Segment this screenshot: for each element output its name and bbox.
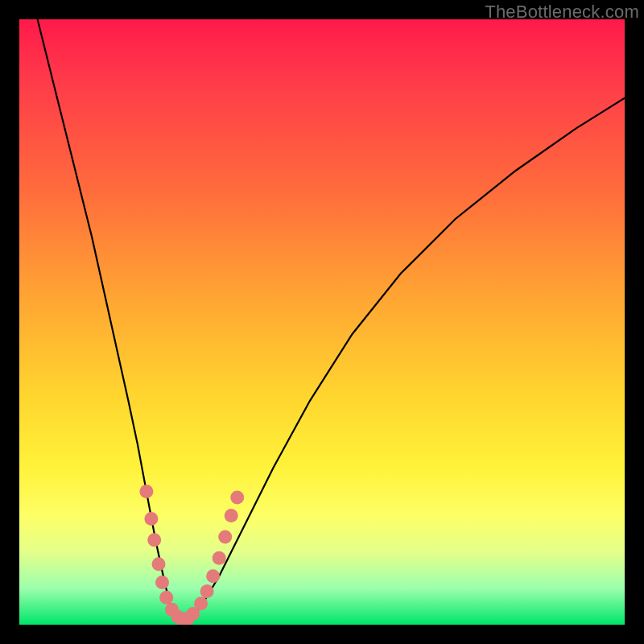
data-marker xyxy=(225,509,238,522)
data-marker xyxy=(218,530,232,544)
data-marker xyxy=(230,491,244,505)
data-marker xyxy=(155,576,169,589)
data-marker xyxy=(194,597,208,610)
data-marker xyxy=(144,512,158,526)
data-marker xyxy=(159,591,173,605)
data-marker xyxy=(206,569,220,583)
data-marker xyxy=(213,551,226,565)
chart-area xyxy=(19,19,625,625)
bottleneck-curve xyxy=(38,19,625,621)
data-marker xyxy=(139,485,153,498)
data-marker xyxy=(152,557,166,571)
watermark-text: TheBottleneck.com xyxy=(485,2,639,23)
data-marker xyxy=(147,533,161,547)
bottleneck-chart xyxy=(19,19,625,625)
data-marker xyxy=(200,584,214,598)
